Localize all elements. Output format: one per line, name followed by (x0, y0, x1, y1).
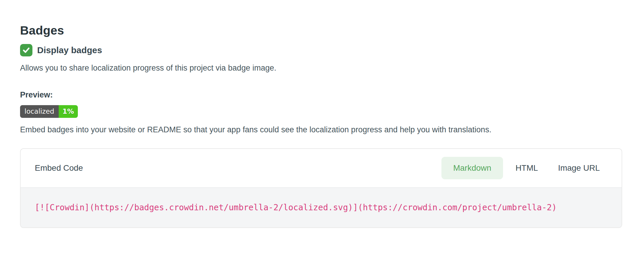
embed-hint-text: Embed badges into your website or README… (20, 125, 644, 134)
localization-progress-badge: localized 1% (20, 105, 78, 118)
embed-format-tabs: Markdown HTML Image URL (441, 157, 610, 179)
display-badges-checkbox[interactable] (20, 44, 32, 56)
preview-label: Preview: (20, 90, 644, 100)
display-badges-row: Display badges (20, 44, 644, 56)
tab-html[interactable]: HTML (505, 157, 548, 179)
embed-code-panel-header: Embed Code Markdown HTML Image URL (21, 149, 622, 187)
page-title: Badges (20, 24, 644, 38)
badge-key-segment: localized (20, 105, 59, 118)
tab-image-url[interactable]: Image URL (548, 157, 610, 179)
display-badges-label[interactable]: Display badges (37, 45, 102, 55)
badge-value-segment: 1% (59, 105, 78, 118)
display-badges-description: Allows you to share localization progres… (20, 63, 644, 73)
embed-code-title: Embed Code (35, 163, 83, 173)
embed-code-panel: Embed Code Markdown HTML Image URL [![Cr… (20, 148, 622, 228)
embed-code-area: [![Crowdin](https://badges.crowdin.net/u… (21, 187, 622, 227)
checkmark-icon (22, 46, 30, 54)
embed-code-text[interactable]: [![Crowdin](https://badges.crowdin.net/u… (35, 202, 607, 213)
tab-markdown[interactable]: Markdown (441, 157, 503, 179)
badges-settings-section: Badges Display badges Allows you to shar… (0, 0, 644, 228)
